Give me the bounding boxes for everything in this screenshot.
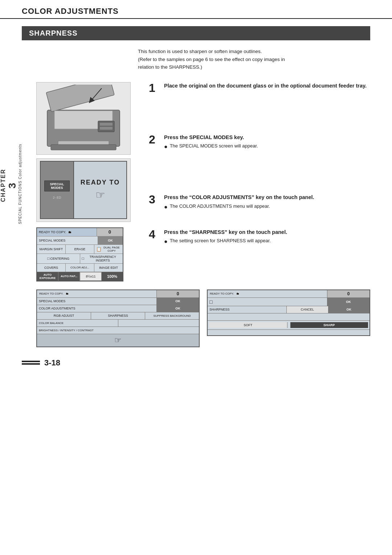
step-2: 2 Press the SPECIAL MODES key. ● The SPE… [149,134,370,150]
ca-brightness-btn[interactable]: BRIGHTNESS / INTENSITY / CONTRAST [37,327,199,334]
ca-ok-2[interactable]: OK [157,305,199,312]
transparency-inserts-btn[interactable]: □ TRANSPARENCY INSERTS [80,254,123,263]
ok-button-1[interactable]: OK [98,236,123,244]
image-edit-btn[interactable]: IMAGE EDIT [94,264,123,272]
ca-row-1: READY TO COPY. 🖿 0 [37,290,199,298]
step-2-title: Press the SPECIAL MODES key. [164,134,370,141]
sh-row-5: SOFT SHARP [208,321,369,330]
sharpness-panel: READY TO COPY. 🖿 0 □ OK SHARPNESS [207,289,370,336]
special-modes-key: SPECIAL MODES [44,181,70,191]
chapter-label: CHAPTER [0,169,7,202]
special-modes-panel: SPECIAL MODES 2- ED READY TO ☞ [40,161,127,219]
auto-exposure-btn[interactable]: AUTO EXPOSURE [37,272,58,281]
step-1: 1 Place the original on the document gla… [149,82,370,94]
ca-rgb-btn[interactable]: RGB ADJUST [37,312,91,319]
step-4-bullet: ● The setting screen for SHARPNESS will … [164,238,370,245]
ca-special-modes: SPECIAL MODES [37,298,157,305]
panel-row-covers: COVERS COLOR ADJ... IMAGE EDIT [37,264,123,272]
auto-paper-btn[interactable]: AUTO PAP... [58,272,80,281]
covers-btn[interactable]: COVERS [37,264,66,272]
copier-device-image [36,82,131,155]
panel-row-special-modes: SPECIAL MODES OK [37,236,123,245]
sh-ok-2[interactable]: OK [328,306,370,313]
step-2-bullet: ● The SPECIAL MODES screen will appear. [164,143,370,150]
sh-row-1: READY TO COPY. 🖿 0 [208,290,369,298]
sh-row-6 [208,330,369,335]
ca-color-balance-btn[interactable]: COLOR BALANCE [37,320,118,327]
step-1-number: 1 [149,82,160,94]
page-number: 3-18 [44,358,60,368]
sm-left-side: SPECIAL MODES 2- ED [41,162,73,218]
ca-suppress-btn[interactable]: SUPPRESS BACKGROUND [145,312,199,319]
step-4: 4 Press the “SHARPNESS” key on the touch… [149,228,370,245]
sh-sharp-btn[interactable]: SHARP [290,322,368,328]
sh-empty [208,313,369,320]
ca-pointer-row: ☞ [37,334,199,347]
sh-cancel-btn[interactable]: CANCEL [287,306,328,313]
svg-rect-7 [100,127,113,130]
color-adj-btn[interactable]: COLOR ADJ... [66,264,94,272]
erase-btn[interactable]: ERASE [66,245,94,254]
step-4-content: Press the “SHARPNESS” key on the touch p… [164,228,370,245]
sh-sharpness-label: SHARPNESS [208,306,287,313]
sh-soft-btn[interactable]: SOFT [209,322,287,328]
special-modes-label: SPECIAL MODES [37,236,98,244]
centering-btn[interactable]: □ CENTERING [37,254,80,263]
sh-row-3: SHARPNESS CANCEL OK [208,306,369,313]
step-3-bullet: ● The COLOR ADJUSTMENTS menu will appear… [164,203,370,210]
sh-row-2: □ OK [208,298,369,306]
step-2-content: Press the SPECIAL MODES key. ● The SPECI… [164,134,370,150]
step-1-content: Place the original on the document glass… [164,82,370,92]
step-1-title: Place the original on the document glass… [164,82,370,89]
bullet-dot-2: ● [164,143,168,150]
step-3-title: Press the “COLOR ADJUSTMENTS” key on the… [164,194,370,201]
ca-empty-1 [118,320,199,327]
spacer-2 [149,161,370,194]
panel-row-margin: MARGIN SHIFT ERASE 📋 DUAL PAGE COPY [37,245,123,254]
section-title: SHARPNESS [22,26,370,40]
steps-column: 1 Place the original on the document gla… [138,82,370,286]
step-3: 3 Press the “COLOR ADJUSTMENTS” key on t… [149,194,370,210]
sm-right-side: READY TO ☞ [73,162,126,218]
paper-select-btn[interactable]: 8½x11 [80,272,102,281]
chapter-sidebar: CHAPTER 3 SPECIAL FUNCTIONS Color adjust… [0,82,15,286]
page-title: COLOR ADJUSTMENTS [22,7,370,16]
page-header: COLOR ADJUSTMENTS [0,0,392,19]
chapter-subtitle: SPECIAL FUNCTIONS Color adjustments [18,144,22,224]
margin-shift-btn[interactable]: MARGIN SHIFT [37,245,66,254]
step-3-content: Press the “COLOR ADJUSTMENTS” key on the… [164,194,370,210]
footer-line-2 [22,363,40,365]
copy-ratio-display: 100% [102,272,123,281]
ready-to-text: READY TO [81,179,120,186]
sh-counter: 0 [327,290,369,297]
bullet-dot-3: ● [164,203,168,210]
ca-sharpness-btn[interactable]: SHARPNESS [91,312,145,319]
step-4-number: 4 [149,228,160,240]
step-2-number: 2 [149,134,160,145]
svg-rect-8 [51,145,116,150]
sm-label: 2- ED [53,196,61,199]
finger-pointer: ☞ [95,189,105,201]
svg-rect-1 [46,85,114,112]
images-column: SPECIAL MODES 2- ED READY TO ☞ [36,82,138,286]
sh-empty-2 [208,330,369,335]
chapter-number: 3 [7,183,18,189]
ca-row-2: SPECIAL MODES OK [37,298,199,305]
ca-ok-1[interactable]: OK [157,298,199,305]
sh-icon-cell: □ [208,298,327,306]
sh-row-4 [208,313,369,321]
ca-row-6: BRIGHTNESS / INTENSITY / CONTRAST [37,327,199,334]
color-adjustments-panel-wrap: READY TO COPY. 🖿 0 SPECIAL MODES OK [36,289,200,347]
sh-ok-1[interactable]: OK [327,298,369,306]
sh-status: READY TO COPY. 🖿 [208,290,327,297]
main-content: CHAPTER 3 SPECIAL FUNCTIONS Color adjust… [0,82,392,286]
spacer-1 [149,105,370,134]
sharpness-panel-wrap: READY TO COPY. 🖿 0 □ OK SHARPNESS [207,289,370,347]
svg-rect-5 [98,121,114,132]
hand-pointer-icon: ☞ [114,336,122,345]
bullet-dot-4: ● [164,238,168,245]
panel-row-centering: □ CENTERING □ TRANSPARENCY INSERTS [37,254,123,264]
panel-row-bottom: AUTO EXPOSURE AUTO PAP... 8½x11 100% [37,272,123,281]
dual-page-copy-btn[interactable]: 📋 DUAL PAGE COPY [94,245,123,254]
touch-panel-special-modes: READY TO COPY. 🖿 0 SPECIAL MODES OK MARG… [36,227,123,281]
